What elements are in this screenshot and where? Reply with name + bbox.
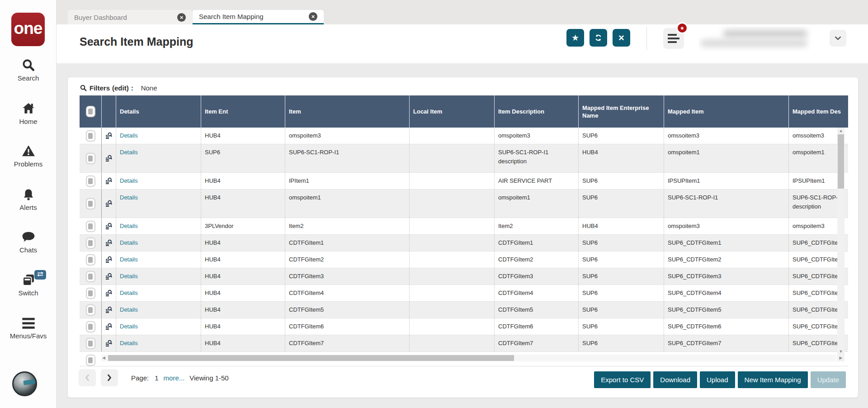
cell-mapped-item: SUP6_CDTFGItem2 [664, 251, 788, 268]
sidebar-item-home[interactable]: Home [0, 101, 57, 125]
row-checkbox[interactable] [86, 338, 95, 349]
close-screen-button[interactable]: × [613, 29, 630, 47]
select-all-checkbox[interactable] [80, 95, 101, 128]
favorite-button[interactable]: ★ [566, 29, 584, 47]
vertical-scrollbar[interactable]: ▲ ▼ [837, 128, 844, 355]
user-menu-button[interactable] [830, 30, 846, 47]
row-detail-icon-cell[interactable] [101, 128, 116, 144]
cell-mapped-item: omspoitem1 [664, 144, 788, 172]
list-bar [668, 38, 679, 39]
cell-item-ent: HUB4 [201, 302, 285, 318]
details-link[interactable]: Details [120, 323, 138, 330]
scroll-up-icon[interactable]: ▲ [837, 128, 844, 133]
row-detail-icon-cell[interactable] [101, 144, 116, 172]
header-divider [646, 27, 647, 50]
cell-item: CDTFGItem6 [285, 318, 409, 335]
user-avatar[interactable] [12, 371, 37, 396]
details-link[interactable]: Details [120, 273, 138, 280]
row-checkbox-cell [80, 251, 101, 268]
scroll-down-icon[interactable]: ▼ [837, 349, 844, 354]
cell-mapped-item-enterprise-name: SUP6 [578, 128, 664, 144]
record-detail-icon [105, 155, 113, 162]
details-link[interactable]: Details [120, 239, 138, 246]
row-checkbox-cell [80, 318, 101, 335]
column-header-item-ent[interactable]: Item Ent [201, 95, 285, 128]
row-detail-icon-cell[interactable] [101, 235, 116, 251]
column-header-mapped-item[interactable]: Mapped Item [664, 95, 788, 128]
row-detail-icon-cell[interactable] [101, 218, 116, 234]
details-link[interactable]: Details [120, 289, 138, 296]
sidebar-item-menus-favs[interactable]: Menus/Favs [0, 317, 57, 340]
row-detail-icon-cell[interactable] [101, 335, 116, 351]
details-link[interactable]: Details [120, 149, 138, 156]
row-checkbox[interactable] [86, 355, 95, 366]
refresh-button[interactable] [590, 29, 607, 47]
row-checkbox[interactable] [86, 130, 95, 142]
filters-edit-link[interactable]: (edit) [112, 84, 129, 92]
tab-close-icon[interactable]: × [309, 12, 317, 21]
tab-close-icon[interactable]: × [177, 13, 186, 22]
row-checkbox[interactable] [86, 221, 95, 232]
next-page-button[interactable] [101, 369, 118, 386]
details-link[interactable]: Details [120, 340, 138, 346]
viewing-range: Viewing 1-50 [189, 374, 228, 382]
row-detail-icon-cell[interactable] [101, 285, 116, 301]
row-checkbox[interactable] [86, 271, 95, 282]
column-header-details[interactable]: Details [116, 95, 201, 128]
cell-item-ent: HUB4 [201, 318, 285, 335]
column-header-item-description[interactable]: Item Description [494, 95, 578, 128]
row-checkbox[interactable] [86, 176, 95, 187]
new-item-mapping-button[interactable]: New Item Mapping [738, 371, 808, 388]
details-link[interactable]: Details [120, 306, 138, 313]
row-checkbox[interactable] [86, 237, 95, 249]
column-header-mapped-item-enterprise-name[interactable]: Mapped Item Enterprise Name [578, 95, 664, 128]
refresh-icon [594, 33, 603, 43]
sidebar: one Search Home Problems Alerts [0, 0, 57, 408]
switch-badge[interactable] [34, 270, 46, 280]
row-checkbox[interactable] [86, 198, 95, 209]
favorites-badge[interactable]: ★ [676, 22, 688, 34]
cell-item-description: omspoitem1 [494, 190, 578, 218]
sidebar-item-alerts[interactable]: Alerts [0, 187, 57, 211]
sidebar-item-search[interactable]: Search [0, 58, 57, 82]
row-checkbox[interactable] [86, 321, 95, 332]
details-link[interactable]: Details [120, 256, 138, 263]
details-link[interactable]: Details [120, 223, 138, 229]
one-network-logo[interactable]: one [11, 13, 45, 46]
column-header-local-item[interactable]: Local Item [409, 95, 494, 128]
row-checkbox[interactable] [86, 254, 95, 266]
row-detail-icon-cell[interactable] [101, 190, 116, 218]
column-header-item[interactable]: Item [285, 95, 409, 128]
row-detail-icon-cell[interactable] [101, 251, 116, 268]
row-detail-icon-cell[interactable] [101, 318, 116, 335]
column-header-mapped-item-des[interactable]: Mapped Item Des [788, 95, 848, 128]
row-detail-icon-cell[interactable] [101, 268, 116, 285]
vertical-scroll-thumb[interactable] [838, 134, 844, 189]
scroll-left-icon[interactable]: ◀ [102, 355, 105, 361]
update-button[interactable]: Update [811, 371, 846, 388]
horizontal-scroll-thumb[interactable] [108, 355, 514, 361]
cell-mapped-item: SUP6-SC1-ROP-I1 [664, 190, 788, 218]
details-link[interactable]: Details [120, 177, 138, 184]
row-detail-icon-cell[interactable] [101, 302, 116, 318]
previous-page-button[interactable] [79, 369, 96, 386]
row-checkbox[interactable] [86, 304, 95, 316]
sidebar-item-chats[interactable]: Chats [0, 230, 57, 254]
tab-buyer-dashboard[interactable]: Buyer Dashboard × [68, 10, 192, 24]
sidebar-item-switch[interactable]: Switch [0, 273, 57, 297]
row-checkbox[interactable] [86, 153, 95, 164]
details-cell: Details [116, 218, 201, 234]
download-button[interactable]: Download [653, 371, 697, 388]
row-detail-icon-cell[interactable] [101, 173, 116, 189]
scroll-right-icon[interactable]: ▶ [837, 355, 844, 361]
sidebar-item-problems[interactable]: Problems [0, 144, 57, 168]
details-link[interactable]: Details [120, 194, 138, 201]
row-checkbox[interactable] [86, 288, 95, 299]
tab-search-item-mapping[interactable]: Search Item Mapping × [193, 10, 324, 24]
horizontal-scrollbar[interactable]: ◀ [101, 355, 836, 361]
export-to-csv-button[interactable]: Export to CSV [594, 371, 651, 388]
chevron-left-icon [84, 374, 91, 382]
details-link[interactable]: Details [120, 132, 138, 139]
upload-button[interactable]: Upload [700, 371, 735, 388]
more-pages-link[interactable]: more... [164, 374, 185, 382]
